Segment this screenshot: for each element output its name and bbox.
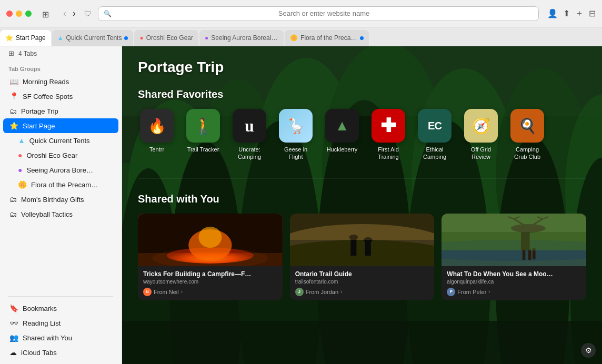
- campfire-from-label: From Neil: [154, 289, 179, 295]
- sidebar-label-start-page: Start Page: [23, 122, 112, 130]
- svg-rect-46: [528, 249, 531, 260]
- sidebar-item-start-page[interactable]: ⭐ Start Page: [3, 118, 118, 133]
- shared-card-campfire[interactable]: Tricks For Building a Campfire—F… wayout…: [138, 214, 283, 300]
- sidebar-item-aurora[interactable]: ● Seeing Aurora Bore…: [3, 163, 118, 177]
- maximize-button[interactable]: [25, 11, 32, 17]
- fav-camping-grub[interactable]: 🍳 Camping Grub Club: [508, 109, 546, 161]
- sidebar-item-oroshi[interactable]: ● Oroshi Eco Gear: [3, 148, 118, 163]
- sidebar-label-moms-birthday: Mom's Birthday Gifts: [21, 196, 112, 204]
- trail-domain: trailsofontario.com: [295, 279, 429, 285]
- forward-button[interactable]: ›: [71, 7, 78, 20]
- close-button[interactable]: [6, 11, 13, 17]
- sidebar-item-morning-reads[interactable]: 📖 Morning Reads: [3, 74, 118, 89]
- sidebar-label-sf-coffee: SF Coffee Spots: [23, 93, 112, 100]
- fav-tentrr[interactable]: 🔥 Tentrr: [138, 109, 176, 161]
- quick-current-icon: ▲: [18, 136, 25, 145]
- sidebar-label-bookmarks: Bookmarks: [23, 305, 112, 312]
- tab-favicon-star: ⭐: [5, 34, 13, 42]
- tab-aurora[interactable]: ● Seeing Aurora Boreali…: [199, 30, 284, 46]
- geese-label: Geese in Flight: [277, 146, 314, 161]
- sidebar-item-sf-coffee[interactable]: 📍 SF Coffee Spots: [3, 89, 118, 104]
- fav-uncrate[interactable]: u Uncrate: Camping: [230, 109, 268, 161]
- tab-start-page[interactable]: ⭐ Start Page: [0, 30, 51, 46]
- tab-label-flora: Flora of the Precambi…: [300, 34, 357, 42]
- shield-icon[interactable]: 🛡: [84, 9, 92, 18]
- trail-from-label: From Jordan: [306, 289, 338, 295]
- uncrate-icon: u: [233, 109, 266, 143]
- geese-icon: 🪿: [279, 109, 313, 143]
- sidebar-label-oroshi: Oroshi Eco Gear: [26, 151, 112, 159]
- campfire-from[interactable]: N From Neil ›: [143, 288, 277, 296]
- minimize-button[interactable]: [16, 11, 22, 17]
- fav-huckleberry[interactable]: ▲ Huckleberry: [323, 109, 361, 161]
- moose-from[interactable]: P From Peter ›: [447, 288, 581, 296]
- sidebar-label-icloud: iCloud Tabs: [21, 349, 112, 357]
- tab-flora[interactable]: 🌼 Flora of the Precambi…: [285, 30, 369, 46]
- nav-buttons: ‹ ›: [61, 7, 78, 20]
- profile-icon[interactable]: 👤: [547, 8, 558, 18]
- back-button[interactable]: ‹: [61, 7, 68, 20]
- morning-reads-icon: 📖: [9, 77, 18, 86]
- sidebar-item-icloud-tabs[interactable]: ☁ iCloud Tabs: [3, 345, 118, 360]
- jordan-avatar: J: [295, 288, 304, 296]
- shared-card-moose[interactable]: What To Do When You See a Moo… algonquin…: [442, 214, 586, 300]
- icloud-icon: ☁: [9, 348, 17, 357]
- search-icon: 🔍: [104, 10, 112, 17]
- tabs-count[interactable]: ⊞ 4 Tabs: [0, 46, 122, 59]
- tabs-count-label: 4 Tabs: [18, 50, 37, 57]
- fav-geese[interactable]: 🪿 Geese in Flight: [277, 109, 315, 161]
- fav-first-aid[interactable]: ✚ First Aid Training: [369, 109, 407, 161]
- svg-rect-33: [290, 214, 435, 240]
- fav-ec-ethical[interactable]: EC Ethical Camping: [416, 109, 454, 161]
- sidebar-item-portage-trip[interactable]: 🗂 Portage Trip: [3, 104, 118, 118]
- shared-card-trail[interactable]: Ontario Trail Guide trailsofontario.com …: [290, 214, 435, 300]
- sidebar-item-quick-current[interactable]: ▲ Quick Current Tents: [3, 133, 118, 148]
- tab-favicon-red: ●: [139, 34, 143, 42]
- reading-list-icon: 👓: [9, 319, 18, 327]
- tab-quick-current[interactable]: ▲ Quick Current Tents: [52, 30, 134, 46]
- trail-from[interactable]: J From Jordan ›: [295, 288, 429, 296]
- shared-section-title: Shared with You: [138, 193, 586, 205]
- tab-favicon-flower: 🌼: [290, 34, 298, 42]
- sidebar-item-moms-birthday[interactable]: 🗂 Mom's Birthday Gifts: [3, 192, 118, 207]
- first-aid-icon: ✚: [372, 109, 405, 143]
- trail-tracker-label: Trail Tracker: [187, 146, 219, 153]
- sidebar-item-reading-list[interactable]: 👓 Reading List: [3, 316, 118, 330]
- tabs-count-icon: ⊞: [8, 49, 14, 57]
- flora-icon: 🌼: [18, 180, 27, 189]
- aurora-icon: ●: [18, 166, 22, 174]
- tab-dot-blue-flora: [360, 36, 364, 40]
- moose-from-label: From Peter: [457, 289, 486, 295]
- address-bar[interactable]: 🔍: [98, 6, 539, 21]
- tab-favicon-triangle: ▲: [57, 34, 64, 42]
- moose-card-info: What To Do When You See a Moo… algonquin…: [442, 266, 586, 300]
- fav-trail-tracker[interactable]: 🚶 Trail Tracker: [184, 109, 222, 161]
- svg-rect-48: [442, 214, 586, 232]
- svg-rect-45: [523, 249, 525, 260]
- sidebar-bottom: 🔖 Bookmarks 👓 Reading List 👥 Shared with…: [0, 292, 122, 360]
- peter-avatar: P: [447, 288, 455, 296]
- neil-avatar: N: [143, 288, 152, 296]
- share-icon[interactable]: ⬆: [563, 8, 570, 18]
- url-input[interactable]: [115, 9, 533, 17]
- new-tab-icon[interactable]: ＋: [575, 8, 584, 19]
- sidebar-item-shared-with-you[interactable]: 👥 Shared with You: [3, 330, 118, 345]
- tab-overview-icon[interactable]: ⊟: [589, 8, 596, 18]
- tab-oroshi[interactable]: ● Oroshi Eco Gear: [134, 30, 198, 46]
- customize-button[interactable]: ⚙: [581, 343, 596, 358]
- moose-title: What To Do When You See a Moo…: [447, 270, 581, 278]
- fav-off-grid[interactable]: 🧭 Off Grid Review: [462, 109, 500, 161]
- trail-tracker-icon: 🚶: [186, 109, 220, 143]
- campfire-domain: wayoutsomewhere.com: [143, 279, 277, 285]
- trail-chevron: ›: [340, 289, 342, 295]
- sidebar-item-flora[interactable]: 🌼 Flora of the Precam…: [3, 177, 118, 192]
- tentrr-label: Tentrr: [149, 146, 164, 153]
- sidebar-toggle-icon[interactable]: ⊞: [42, 9, 53, 18]
- tab-favicon-purple: ●: [205, 34, 208, 42]
- sidebar-item-volleyball[interactable]: 🗂 Volleyball Tactics: [3, 207, 118, 221]
- sidebar-label-quick-current: Quick Current Tents: [29, 137, 112, 145]
- sidebar-item-bookmarks[interactable]: 🔖 Bookmarks: [3, 301, 118, 316]
- trail-title: Ontario Trail Guide: [295, 270, 429, 278]
- tab-label-start: Start Page: [16, 34, 46, 42]
- off-grid-icon: 🧭: [464, 109, 498, 143]
